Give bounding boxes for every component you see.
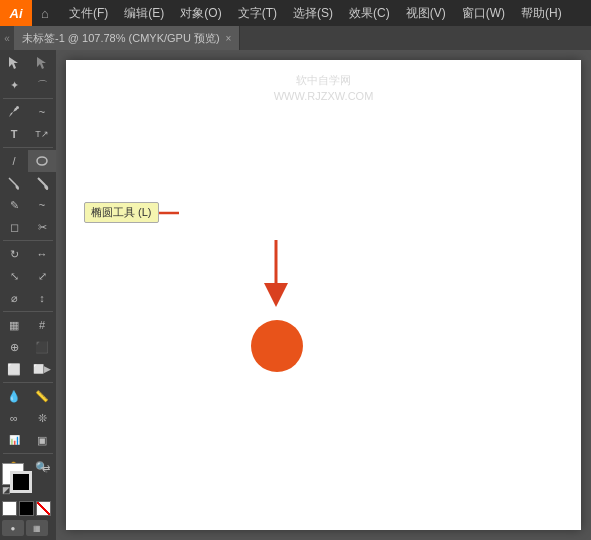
color-mode-icons: ● ▦: [2, 520, 54, 536]
tab-scroll-left[interactable]: «: [0, 26, 14, 50]
stroke-color-swatch[interactable]: [10, 471, 32, 493]
direct-selection-tool[interactable]: [28, 52, 56, 74]
separator-3: [3, 240, 53, 241]
none-swatch[interactable]: [36, 501, 51, 516]
tool-row-brush: [0, 172, 56, 194]
tool-row-rotate: ↻ ↔: [0, 243, 56, 265]
gradient-tool[interactable]: ▦: [0, 314, 28, 336]
rotate-tool[interactable]: ↻: [0, 243, 28, 265]
black-swatch[interactable]: [19, 501, 34, 516]
menu-effect[interactable]: 效果(C): [342, 3, 397, 24]
tab-bar: « 未标签-1 @ 107.78% (CMYK/GPU 预览) ×: [0, 26, 591, 50]
tool-row-blend: ∞ ❊: [0, 407, 56, 429]
artboard-tool[interactable]: ▣: [28, 429, 56, 451]
quick-swatches: [2, 501, 54, 516]
tool-row-2: ✦ ⌒: [0, 74, 56, 96]
menu-bar: Ai ⌂ 文件(F) 编辑(E) 对象(O) 文字(T) 选择(S) 效果(C)…: [0, 0, 591, 26]
ellipse-object: [251, 320, 303, 372]
svg-point-1: [37, 157, 47, 165]
watermark-line1: 软中自学网: [274, 72, 374, 88]
line-tool[interactable]: /: [0, 150, 28, 172]
down-arrow-indicator: [256, 235, 296, 315]
warp-tool[interactable]: ⌀: [0, 287, 28, 309]
measure-tool[interactable]: 📏: [28, 385, 56, 407]
scissors-tool[interactable]: ✂: [28, 216, 56, 238]
tab-close-button[interactable]: ×: [226, 33, 232, 44]
toolbar: ✦ ⌒ ~ T T↗ /: [0, 50, 56, 540]
tool-row-pen: ~: [0, 101, 56, 123]
tool-row-pencil: ✎ ~: [0, 194, 56, 216]
tool-row-perspective: ⬜ ⬜▶: [0, 358, 56, 380]
menu-object[interactable]: 对象(O): [173, 3, 228, 24]
reset-colors-icon[interactable]: ◩: [2, 485, 11, 495]
blend-tool[interactable]: ∞: [0, 407, 28, 429]
width-tool[interactable]: ↕: [28, 287, 56, 309]
tool-tooltip: 椭圆工具 (L): [84, 202, 159, 223]
white-swatch[interactable]: [2, 501, 17, 516]
tool-row-type: T T↗: [0, 123, 56, 145]
watermark-line2: WWW.RJZXW.COM: [274, 88, 374, 104]
paintbrush-tool[interactable]: [0, 172, 28, 194]
perspective-grid-tool[interactable]: ⬜: [0, 358, 28, 380]
separator-2: [3, 147, 53, 148]
selection-tool[interactable]: [0, 52, 28, 74]
tool-row-shapebuilder: ⊕ ⬛: [0, 336, 56, 358]
fill-stroke-stack: ⇄ ◩: [2, 463, 54, 495]
swap-colors-icon[interactable]: ⇄: [42, 463, 50, 474]
blob-brush-tool[interactable]: [28, 172, 56, 194]
column-graph-tool[interactable]: 📊: [0, 429, 28, 451]
curvature-tool[interactable]: ~: [28, 101, 56, 123]
svg-point-0: [16, 106, 19, 109]
menu-help[interactable]: 帮助(H): [514, 3, 569, 24]
tool-row-gradient: ▦ #: [0, 314, 56, 336]
separator-5: [3, 382, 53, 383]
tool-row-selection: [0, 52, 56, 74]
shape-builder-tool[interactable]: ⊕: [0, 336, 28, 358]
touch-type-tool[interactable]: T↗: [28, 123, 56, 145]
type-tool[interactable]: T: [0, 123, 28, 145]
eraser-tool[interactable]: ◻: [0, 216, 28, 238]
document-canvas[interactable]: 软中自学网 WWW.RJZXW.COM: [66, 60, 581, 530]
reflect-tool[interactable]: ↔: [28, 243, 56, 265]
menu-file[interactable]: 文件(F): [62, 3, 115, 24]
tool-row-line: /: [0, 150, 56, 172]
shear-tool[interactable]: ⤢: [28, 265, 56, 287]
smooth-tool[interactable]: ~: [28, 194, 56, 216]
tab-document[interactable]: 未标签-1 @ 107.78% (CMYK/GPU 预览) ×: [14, 26, 240, 50]
home-icon[interactable]: ⌂: [32, 0, 58, 26]
tab-label: 未标签-1 @ 107.78% (CMYK/GPU 预览): [22, 31, 220, 46]
color-icon[interactable]: ●: [2, 520, 24, 536]
live-paint-tool[interactable]: ⬛: [28, 336, 56, 358]
tool-row-eraser: ◻ ✂: [0, 216, 56, 238]
tooltip-text: 椭圆工具 (L): [91, 206, 152, 218]
scale-tool[interactable]: ⤡: [0, 265, 28, 287]
main-area: ✦ ⌒ ~ T T↗ /: [0, 50, 591, 540]
tool-row-graph: 📊 ▣: [0, 429, 56, 451]
tool-row-warp: ⌀ ↕: [0, 287, 56, 309]
mesh-tool[interactable]: #: [28, 314, 56, 336]
separator-1: [3, 98, 53, 99]
canvas-area: 软中自学网 WWW.RJZXW.COM: [56, 50, 591, 540]
separator-4: [3, 311, 53, 312]
tool-row-scale: ⤡ ⤢: [0, 265, 56, 287]
eyedropper-tool[interactable]: 💧: [0, 385, 28, 407]
menu-type[interactable]: 文字(T): [231, 3, 284, 24]
lasso-tool[interactable]: ⌒: [28, 74, 56, 96]
pencil-tool[interactable]: ✎: [0, 194, 28, 216]
app-logo: Ai: [0, 0, 32, 26]
pen-tool[interactable]: [0, 101, 28, 123]
menu-items: 文件(F) 编辑(E) 对象(O) 文字(T) 选择(S) 效果(C) 视图(V…: [58, 3, 569, 24]
menu-window[interactable]: 窗口(W): [455, 3, 512, 24]
menu-edit[interactable]: 编辑(E): [117, 3, 171, 24]
separator-6: [3, 453, 53, 454]
ellipse-tool[interactable]: [28, 150, 56, 172]
menu-select[interactable]: 选择(S): [286, 3, 340, 24]
magic-wand-tool[interactable]: ✦: [0, 74, 28, 96]
gradient-icon[interactable]: ▦: [26, 520, 48, 536]
tool-row-eyedropper: 💧 📏: [0, 385, 56, 407]
watermark: 软中自学网 WWW.RJZXW.COM: [274, 72, 374, 104]
symbol-sprayer-tool[interactable]: ❊: [28, 407, 56, 429]
perspective-selection-tool[interactable]: ⬜▶: [28, 358, 56, 380]
color-area: ⇄ ◩ ● ▦: [2, 463, 54, 536]
menu-view[interactable]: 视图(V): [399, 3, 453, 24]
